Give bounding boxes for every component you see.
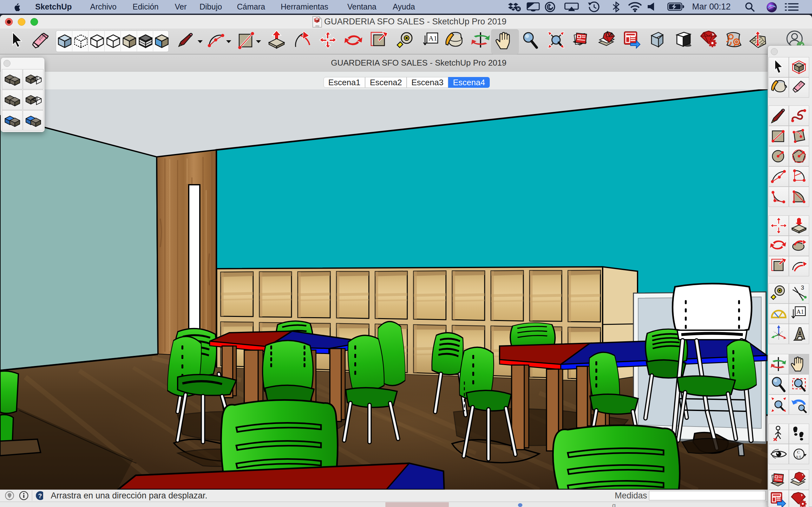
svg-text:A·S: A·S [796,455,801,458]
svg-text:3: 3 [801,285,804,291]
svg-text:?: ? [38,493,42,499]
svg-text:A1: A1 [428,34,437,42]
svg-text:A1: A1 [797,308,804,315]
svg-text:.skp: .skp [315,24,319,27]
svg-text:C: C [797,450,800,454]
